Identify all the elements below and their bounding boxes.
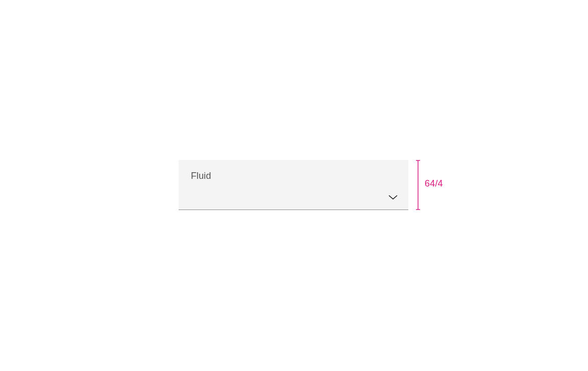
spec-canvas: Fluid 64/4	[0, 0, 588, 371]
dropdown-label: Fluid	[191, 170, 396, 182]
height-measure-bracket	[416, 160, 420, 210]
chevron-down-icon	[388, 194, 398, 200]
height-measure-label: 64/4	[425, 179, 443, 188]
dropdown-fluid[interactable]: Fluid	[179, 160, 408, 210]
